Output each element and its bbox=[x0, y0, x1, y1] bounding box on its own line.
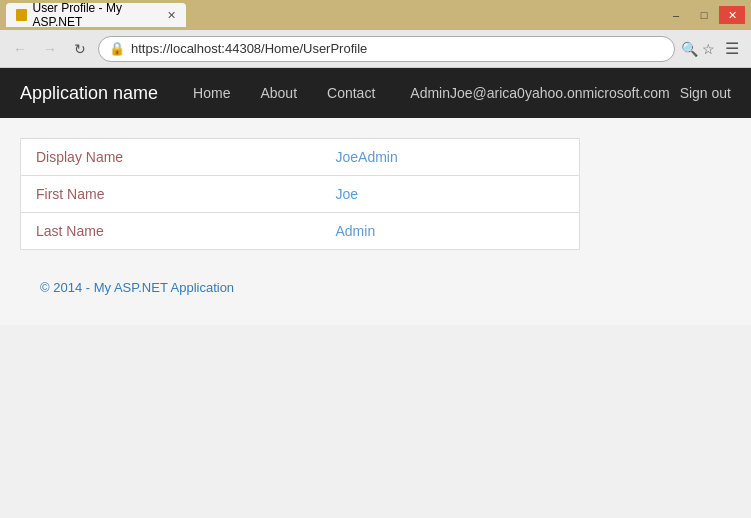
nav-link-home[interactable]: Home bbox=[178, 70, 245, 116]
address-bar-row: ← → ↻ 🔒 https://localhost:44308/Home/Use… bbox=[0, 30, 751, 68]
table-row: First Name Joe bbox=[21, 176, 580, 213]
tab-favicon bbox=[16, 9, 27, 21]
back-button[interactable]: ← bbox=[8, 37, 32, 61]
field-label-first-name: First Name bbox=[21, 176, 321, 213]
footer: © 2014 - My ASP.NET Application bbox=[20, 270, 731, 305]
field-label-display-name: Display Name bbox=[21, 139, 321, 176]
navbar-right: AdminJoe@arica0yahoo.onmicrosoft.com Sig… bbox=[410, 85, 731, 101]
ssl-icon: 🔒 bbox=[109, 41, 125, 56]
tab-close-button[interactable]: ✕ bbox=[167, 9, 176, 22]
url-text: https://localhost:44308/Home/UserProfile bbox=[131, 41, 664, 56]
refresh-button[interactable]: ↻ bbox=[68, 37, 92, 61]
window-controls: – □ ✕ bbox=[663, 6, 745, 24]
nav-item-home: Home bbox=[178, 70, 245, 116]
navbar-brand[interactable]: Application name bbox=[20, 83, 158, 104]
address-box[interactable]: 🔒 https://localhost:44308/Home/UserProfi… bbox=[98, 36, 675, 62]
title-bar: User Profile - My ASP.NET ✕ – □ ✕ bbox=[0, 0, 751, 30]
search-icon[interactable]: 🔍 bbox=[681, 41, 698, 57]
tab-bar: User Profile - My ASP.NET ✕ bbox=[6, 3, 657, 27]
star-icon[interactable]: ☆ bbox=[702, 41, 715, 57]
nav-link-about[interactable]: About bbox=[245, 70, 312, 116]
field-label-last-name: Last Name bbox=[21, 213, 321, 250]
field-value-display-name: JoeAdmin bbox=[321, 139, 580, 176]
nav-item-contact: Contact bbox=[312, 70, 390, 116]
navbar-nav: Home About Contact bbox=[178, 70, 390, 116]
tab-title: User Profile - My ASP.NET bbox=[33, 1, 157, 29]
close-button[interactable]: ✕ bbox=[719, 6, 745, 24]
minimize-button[interactable]: – bbox=[663, 6, 689, 24]
app-wrapper: Application name Home About Contact Admi… bbox=[0, 68, 751, 518]
footer-link[interactable]: © 2014 - My ASP.NET Application bbox=[40, 280, 234, 295]
profile-content: Display Name JoeAdmin First Name Joe Las… bbox=[0, 118, 751, 325]
field-value-first-name: Joe bbox=[321, 176, 580, 213]
table-row: Display Name JoeAdmin bbox=[21, 139, 580, 176]
forward-button[interactable]: → bbox=[38, 37, 62, 61]
sign-out-link[interactable]: Sign out bbox=[680, 85, 731, 101]
nav-item-about: About bbox=[245, 70, 312, 116]
maximize-button[interactable]: □ bbox=[691, 6, 717, 24]
user-email: AdminJoe@arica0yahoo.onmicrosoft.com bbox=[410, 85, 669, 101]
table-row: Last Name Admin bbox=[21, 213, 580, 250]
browser-tab[interactable]: User Profile - My ASP.NET ✕ bbox=[6, 3, 186, 27]
navbar: Application name Home About Contact Admi… bbox=[0, 68, 751, 118]
nav-link-contact[interactable]: Contact bbox=[312, 70, 390, 116]
browser-window: User Profile - My ASP.NET ✕ – □ ✕ ← → ↻ … bbox=[0, 0, 751, 518]
field-value-last-name: Admin bbox=[321, 213, 580, 250]
browser-menu-button[interactable]: ☰ bbox=[721, 39, 743, 58]
address-icons: 🔍 ☆ bbox=[681, 41, 715, 57]
profile-table: Display Name JoeAdmin First Name Joe Las… bbox=[20, 138, 580, 250]
